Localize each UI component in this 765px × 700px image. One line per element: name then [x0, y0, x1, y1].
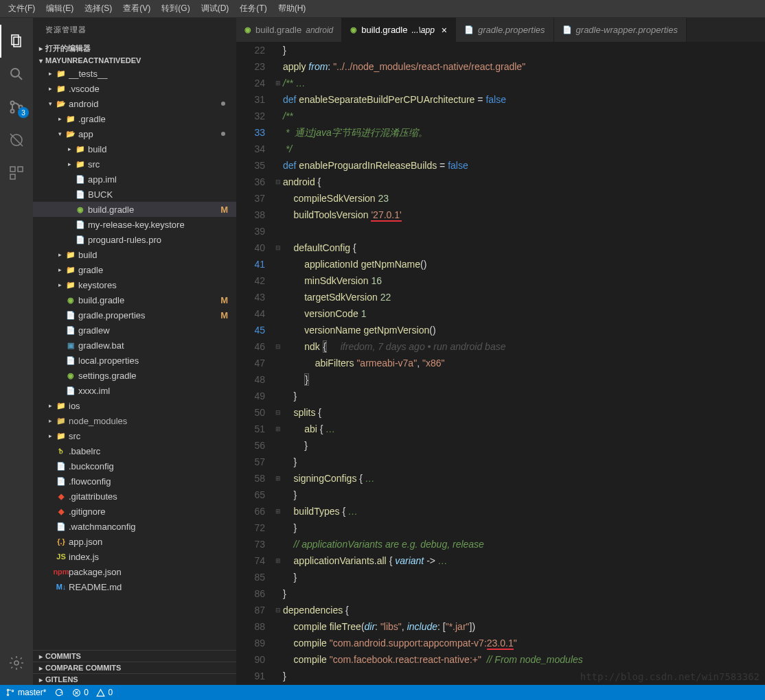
bat-icon: ▣: [65, 341, 77, 350]
tree-item[interactable]: 📄xxxx.iml: [33, 383, 236, 398]
tree-item[interactable]: ▸📁node_modules: [33, 413, 236, 428]
tree-item-label: README.md: [69, 582, 231, 592]
tree-item-label: app.json: [69, 537, 231, 547]
tree-item[interactable]: 📄my-release-key.keystore: [33, 217, 236, 232]
menubar: 文件(F)编辑(E)选择(S)查看(V)转到(G)调试(D)任务(T)帮助(H): [0, 0, 765, 18]
tree-item-label: package.json: [69, 567, 231, 577]
tree-item[interactable]: ▸📁src: [33, 428, 236, 443]
file-icon: 📄: [55, 477, 67, 486]
scm-badge: 3: [18, 107, 29, 118]
close-icon[interactable]: ×: [442, 25, 447, 36]
commits-section[interactable]: ▸COMMITS: [33, 650, 236, 662]
tree-item[interactable]: ◉build.gradleM: [33, 292, 236, 307]
menu-item[interactable]: 编辑(E): [41, 1, 79, 16]
npm-icon: npm: [55, 568, 67, 576]
md-icon: M↓: [55, 583, 67, 591]
settings-icon[interactable]: [0, 646, 33, 679]
tree-item[interactable]: npmpackage.json: [33, 564, 236, 579]
search-icon[interactable]: [0, 58, 33, 91]
folder-icon: 📁: [65, 281, 77, 290]
tree-item[interactable]: ◉build.gradleM: [33, 202, 236, 217]
tree-item[interactable]: ▸📁src: [33, 156, 236, 172]
tree-item[interactable]: ▸📁gradle: [33, 262, 236, 277]
tree-item-label: src: [88, 159, 231, 170]
tree-item[interactable]: ▸📁.gradle: [33, 111, 236, 126]
tree-item-label: .babelrc: [69, 446, 231, 456]
editor-tab[interactable]: ◉build.gradleandroid: [236, 18, 342, 42]
tree-item[interactable]: ▸📁.vscode: [33, 81, 236, 96]
explorer-icon[interactable]: [0, 25, 33, 58]
tree-item[interactable]: 📄proguard-rules.pro: [33, 232, 236, 247]
line-gutter: 2223243132333435363738394041424344454647…: [236, 42, 273, 685]
tree-item[interactable]: ᵬ.babelrc: [33, 443, 236, 458]
editor-area: ◉build.gradleandroid◉build.gradle...\app…: [236, 18, 765, 685]
tree-item-label: .buckconfig: [69, 461, 231, 471]
tree-item[interactable]: ◆.gitignore: [33, 504, 236, 519]
tree-item[interactable]: 📄gradlew: [33, 323, 236, 338]
tree-item-label: .gitignore: [69, 506, 231, 517]
debug-icon[interactable]: [0, 124, 33, 156]
tree-item[interactable]: JSindex.js: [33, 549, 236, 564]
tree-item[interactable]: 📄gradle.propertiesM: [33, 307, 236, 323]
tree-item[interactable]: ▸📁build: [33, 247, 236, 262]
tree-item[interactable]: ▸📁keystores: [33, 277, 236, 292]
tree-item[interactable]: ▾📂android: [33, 96, 236, 111]
tree-item[interactable]: 📄.flowconfig: [33, 474, 236, 489]
svg-point-14: [7, 694, 8, 695]
project-header[interactable]: ▾MAYUNREACTNATIVEDEV: [33, 55, 236, 66]
svg-point-13: [7, 689, 8, 690]
editor-tab[interactable]: ◉build.gradle...\app×: [342, 18, 456, 42]
editor-tab[interactable]: 📄gradle.properties: [456, 18, 554, 42]
folder-icon: 📁: [55, 401, 67, 410]
menu-item[interactable]: 任务(T): [234, 1, 272, 16]
tree-item[interactable]: 📄local.properties: [33, 353, 236, 368]
folder-icon: 📁: [55, 69, 67, 78]
compare-commits-section[interactable]: ▸COMPARE COMMITS: [33, 662, 236, 673]
menu-item[interactable]: 文件(F): [3, 1, 41, 16]
gitlens-section[interactable]: ▸GITLENS: [33, 673, 236, 685]
tree-item-label: build.gradle: [88, 205, 220, 215]
tree-item[interactable]: 📄.buckconfig: [33, 458, 236, 474]
code-lines[interactable]: }apply from: "../../node_modules/react-n…: [283, 42, 765, 685]
tree-item[interactable]: ▸📁__tests__: [33, 66, 236, 81]
tree-item-label: gradle.properties: [78, 310, 220, 320]
editor-tabs: ◉build.gradleandroid◉build.gradle...\app…: [236, 18, 765, 42]
errors-indicator[interactable]: 0 0: [72, 688, 113, 697]
menu-item[interactable]: 选择(S): [79, 1, 117, 16]
tree-item[interactable]: ◆.gitattributes: [33, 489, 236, 504]
svg-point-5: [11, 110, 14, 113]
open-editors-header[interactable]: ▸打开的编辑器: [33, 42, 236, 55]
tree-item[interactable]: ◉settings.gradle: [33, 368, 236, 383]
tree-item-label: app: [78, 129, 221, 139]
svg-rect-10: [18, 167, 23, 172]
sync-indicator[interactable]: [54, 688, 64, 697]
menu-item[interactable]: 查看(V): [117, 1, 156, 16]
tree-item[interactable]: ▸📁build: [33, 141, 236, 156]
file-icon: 📄: [55, 462, 67, 471]
extensions-icon[interactable]: [0, 156, 33, 189]
editor-tab[interactable]: 📄gradle-wrapper.properties: [554, 18, 687, 42]
tree-item[interactable]: {.}app.json: [33, 534, 236, 549]
tree-item[interactable]: 📄.watchmanconfig: [33, 519, 236, 534]
file-icon: 📄: [74, 220, 87, 229]
tree-item-label: .watchmanconfig: [69, 522, 231, 532]
menu-item[interactable]: 调试(D): [196, 1, 235, 16]
folder-open-icon: 📂: [55, 100, 67, 108]
tree-item[interactable]: M↓README.md: [33, 579, 236, 594]
code-editor[interactable]: 2223243132333435363738394041424344454647…: [236, 42, 765, 685]
tree-item[interactable]: ▸📁ios: [33, 398, 236, 413]
menu-item[interactable]: 转到(G): [156, 1, 195, 16]
folder-icon: 📁: [65, 115, 77, 124]
branch-indicator[interactable]: master*: [5, 688, 46, 697]
scm-icon[interactable]: 3: [0, 91, 33, 124]
tree-item[interactable]: 📄app.iml: [33, 172, 236, 187]
menu-item[interactable]: 帮助(H): [273, 1, 312, 16]
tree-item[interactable]: ▾📂app: [33, 126, 236, 141]
git-icon: ◆: [55, 507, 67, 516]
folder-icon: 📁: [74, 160, 87, 169]
tree-item-label: index.js: [69, 552, 231, 562]
tree-item[interactable]: 📄BUCK: [33, 187, 236, 202]
tree-item[interactable]: ▣gradlew.bat: [33, 338, 236, 353]
babel-icon: ᵬ: [55, 447, 67, 456]
tree-item-label: __tests__: [69, 69, 231, 79]
